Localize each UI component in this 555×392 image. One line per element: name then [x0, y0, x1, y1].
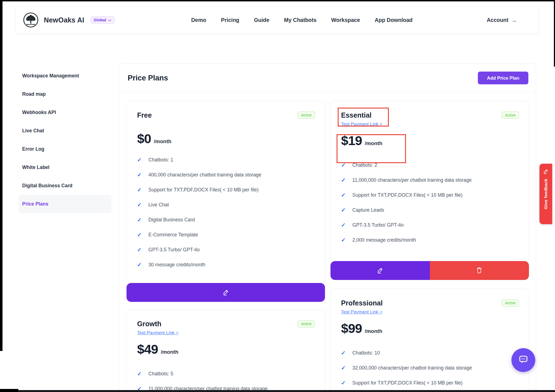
- give-feedback-tab[interactable]: Give feedback: [539, 164, 552, 224]
- plan-feature-row: ✓Digital Business Card: [137, 212, 314, 227]
- sidebar-item-webhooks-api[interactable]: Webhooks API: [18, 103, 112, 122]
- chevron-down-icon: [108, 18, 111, 22]
- plan-period: /month: [365, 140, 382, 146]
- nav-item-app-download[interactable]: App Download: [375, 17, 412, 23]
- plan-name: Free: [137, 110, 152, 120]
- give-feedback-label: Give feedback: [543, 179, 548, 209]
- plan-feature-row: ✓Support for TXT,PDF,DOCX Files( < 10 MB…: [341, 375, 518, 390]
- plan-price-row: $99/month: [331, 321, 529, 336]
- check-icon: ✓: [137, 171, 142, 178]
- plan-title-wrap: GrowthTest Payment Link >: [137, 319, 178, 335]
- plan-price: $0: [137, 131, 151, 146]
- check-icon: ✓: [341, 237, 346, 243]
- check-icon: ✓: [341, 365, 346, 371]
- plan-feature-text: Support for TXT,PDF,DOCX Files( < 10 MB …: [352, 192, 463, 198]
- status-badge: Active: [502, 112, 519, 119]
- plan-feature-text: GPT-3.5 Turbo/ GPT-4o: [148, 247, 200, 253]
- plan-card-header: FreeActive: [127, 101, 325, 120]
- plan-price-row: $0/month: [127, 131, 325, 146]
- sidebar-item-white-label[interactable]: White Label: [18, 158, 112, 176]
- plan-price: $49: [137, 342, 158, 357]
- plan-feature-row: ✓Chatbots: 2: [341, 158, 518, 173]
- top-header: NewOaks AI Global DemoPricingGuideMy Cha…: [15, 6, 539, 34]
- frame-border-bottom-block: [0, 389, 18, 392]
- plan-feature-list: ✓Chatbots: 1✓400,000 characters/per chat…: [127, 152, 325, 272]
- test-payment-link[interactable]: Test Payment Link >: [341, 122, 382, 127]
- sidebar-item-digital-business-card[interactable]: Digital Business Card: [18, 176, 112, 195]
- newoaks-tree-logo-icon: [23, 12, 39, 28]
- sidebar-item-price-plans[interactable]: Price Plans: [18, 195, 112, 213]
- check-icon: ✓: [341, 162, 346, 168]
- nav-item-demo[interactable]: Demo: [191, 17, 206, 23]
- plan-feature-text: E-Commerce Template: [148, 232, 198, 238]
- check-icon: ✓: [341, 380, 346, 386]
- plan-card-header: GrowthTest Payment Link >Active: [127, 310, 325, 335]
- check-icon: ✓: [137, 186, 142, 193]
- pencil-icon: [377, 267, 384, 275]
- plans-column-right: EssentialTest Payment Link >Active$19/mo…: [330, 101, 529, 392]
- plan-feature-list: ✓Chatbots: 5✓11,000,000 characters/per c…: [127, 366, 325, 392]
- nav-item-my-chatbots[interactable]: My Chatbots: [284, 17, 317, 23]
- sidebar-item-live-chat[interactable]: Live Chat: [18, 122, 112, 140]
- plan-period: /month: [365, 328, 382, 334]
- sidebar-item-road-map[interactable]: Road map: [18, 85, 112, 103]
- add-price-plan-button[interactable]: Add Price Plan: [478, 72, 528, 84]
- check-icon: ✓: [341, 177, 346, 183]
- check-icon: ✓: [137, 231, 142, 238]
- sidebar-item-workspace-management[interactable]: Workspace Management: [18, 67, 112, 85]
- account-label: Account: [487, 17, 508, 23]
- plan-feature-text: Support for TXT,PDF,DOCX Files( < 10 MB …: [148, 187, 259, 193]
- frame-border-left: [0, 0, 2, 351]
- plan-price: $19: [341, 133, 362, 148]
- edit-plan-button[interactable]: [331, 261, 430, 280]
- check-icon: ✓: [137, 370, 142, 377]
- status-badge: Active: [298, 112, 315, 119]
- plan-feature-text: GPT-3.5 Turbo/ GPT-4o: [352, 222, 404, 228]
- frame-border-right: [554, 0, 555, 67]
- plan-price-row: $19/month: [331, 133, 529, 148]
- region-selector[interactable]: Global: [90, 16, 115, 24]
- plan-feature-row: ✓Support for TXT,PDF,DOCX Files( < 10 MB…: [341, 188, 518, 203]
- check-icon: ✓: [341, 207, 346, 213]
- plan-card-professional: ProfessionalTest Payment Link >Active$99…: [330, 289, 529, 392]
- nav-item-guide[interactable]: Guide: [254, 17, 269, 23]
- plan-feature-text: Chatbots: 5: [148, 371, 173, 377]
- panel-header: Price Plans Add Price Plan: [119, 64, 536, 93]
- plan-feature-text: Chatbots: 10: [352, 350, 380, 356]
- plan-feature-row: ✓400,000 characters/per chatbot training…: [137, 167, 314, 182]
- plan-feature-text: 400,000 characters/per chatbot training …: [148, 172, 261, 178]
- plan-title-wrap: EssentialTest Payment Link >: [341, 110, 382, 127]
- test-payment-link[interactable]: Test Payment Link >: [137, 330, 178, 335]
- plan-feature-row: ✓32,000,000 characters/per chatbot train…: [341, 360, 518, 375]
- plan-period: /month: [154, 138, 171, 145]
- plan-feature-row: ✓GPT-3.5 Turbo/ GPT-4o: [341, 218, 518, 232]
- plan-feature-list: ✓Chatbots: 2✓11,000,000 characters/per c…: [331, 158, 529, 247]
- plan-price-row: $49/month: [127, 342, 325, 357]
- sidebar-item-error-log[interactable]: Error Log: [18, 140, 112, 158]
- plan-name: Professional: [341, 298, 383, 308]
- account-button[interactable]: Account →: [487, 17, 517, 23]
- plan-name: Essential: [341, 110, 382, 120]
- status-badge: Active: [502, 299, 519, 307]
- edit-plan-button[interactable]: [127, 283, 325, 302]
- check-icon: ✓: [137, 156, 142, 163]
- plan-card-header: ProfessionalTest Payment Link >Active: [331, 289, 529, 315]
- delete-plan-button[interactable]: [430, 261, 529, 280]
- test-payment-link[interactable]: Test Payment Link >: [341, 309, 382, 315]
- nav-item-workspace[interactable]: Workspace: [331, 17, 360, 23]
- plan-feature-row: ✓Support for TXT,PDF,DOCX Files( < 10 MB…: [137, 182, 314, 197]
- pencil-icon: [543, 168, 549, 175]
- brand-title: NewOaks AI: [44, 16, 84, 24]
- check-icon: ✓: [137, 246, 142, 253]
- plan-actions-bar: [331, 261, 529, 280]
- plans-column-left: FreeActive$0/month✓Chatbots: 1✓400,000 c…: [126, 101, 325, 392]
- plan-card-free: FreeActive$0/month✓Chatbots: 1✓400,000 c…: [126, 101, 325, 302]
- chat-widget-button[interactable]: [511, 348, 535, 372]
- frame-border-bottom: [0, 390, 555, 392]
- plan-feature-row: ✓Chatbots: 1: [137, 152, 314, 167]
- plan-feature-text: Support for TXT,PDF,DOCX Files( < 10 MB …: [352, 380, 463, 386]
- nav-item-pricing[interactable]: Pricing: [221, 17, 239, 23]
- plan-feature-text: 11,000,000 characters/per chatbot traini…: [352, 177, 472, 183]
- plan-feature-text: 2,000 message credits/month: [352, 237, 416, 243]
- plan-feature-text: Capture Leads: [352, 207, 384, 213]
